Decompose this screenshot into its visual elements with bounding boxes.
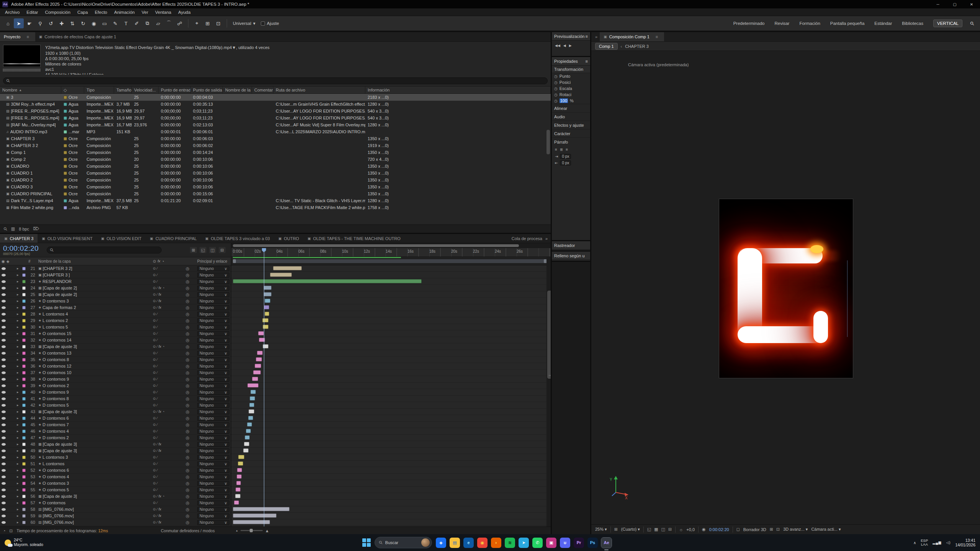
draft-3d-label[interactable]: Borrador 3D	[743, 527, 766, 532]
axis-mode-local[interactable]: ⌖	[192, 18, 202, 28]
clock-widget[interactable]: 13:41 14/01/2026	[955, 538, 975, 547]
expand-arrow-icon[interactable]: ▸	[17, 286, 19, 290]
quality-switch-icon[interactable]: ∕	[157, 371, 158, 374]
collapse-switch-icon[interactable]: ⊙	[153, 501, 156, 505]
parent-dropdown[interactable]: Ninguno ∨	[197, 403, 229, 408]
eye-icon[interactable]	[2, 300, 6, 302]
eye-icon[interactable]	[2, 515, 6, 517]
layer-duration-bar[interactable]	[233, 279, 422, 283]
quality-switch-icon[interactable]: ∕	[157, 351, 158, 355]
expand-arrow-icon[interactable]: ▸	[17, 429, 19, 433]
effects-switch-icon[interactable]: fx	[159, 507, 161, 511]
properties-section-header[interactable]: Audio	[552, 112, 590, 121]
eye-icon[interactable]	[2, 423, 6, 426]
collapse-switch-icon[interactable]: ⊙	[153, 423, 156, 427]
column-tipo[interactable]: Tipo	[84, 87, 114, 93]
comp-nav-tab-comp1[interactable]: Comp 1	[595, 43, 618, 50]
project-row[interactable]: ▣3 Ocre Composición 25 0:00:00:00 0:00:0…	[0, 94, 551, 101]
column-ruta[interactable]: Ruta de archivo	[273, 87, 365, 93]
layer-row[interactable]: ▸ 25 ▦[Capa de ajuste 2] ⊙ ∕ fx ◔	[0, 291, 231, 298]
expand-arrow-icon[interactable]: ▸	[17, 364, 19, 368]
project-row[interactable]: ▤3DM Roy...h effect.mp4 Agua Importe...M…	[0, 101, 551, 108]
parent-pickwhip-icon[interactable]: ◎	[186, 455, 190, 460]
mask-visibility-icon[interactable]: ◫	[661, 527, 665, 532]
label-color-chip[interactable]	[64, 96, 67, 99]
collapse-switch-icon[interactable]: ⊙	[153, 507, 156, 511]
quality-switch-icon[interactable]: ∕	[157, 273, 158, 277]
parent-dropdown[interactable]: Ninguno ∨	[197, 383, 229, 388]
layer-duration-bar[interactable]	[265, 312, 270, 316]
eye-icon[interactable]	[2, 495, 6, 498]
parent-pickwhip-icon[interactable]: ◎	[186, 325, 190, 330]
tab-effect-controls[interactable]: ▣ Controles de efectos Capa de ajuste 1	[35, 32, 120, 41]
layer-row[interactable]: ▸ 34 ★O contornos 13 ⊙ ∕ fx ◔	[0, 350, 231, 356]
telegram-app-icon[interactable]: ➤	[519, 538, 529, 548]
quality-switch-icon[interactable]: ∕	[157, 397, 158, 401]
spotify-app-icon[interactable]: ≋	[505, 538, 515, 548]
quality-switch-icon[interactable]: ∕	[157, 312, 158, 316]
expand-arrow-icon[interactable]: ▸	[17, 488, 19, 492]
project-row[interactable]: ▣CUADRO 3 Ocre Composición 25 0:00:00:00…	[0, 183, 551, 190]
parent-pickwhip-icon[interactable]: ◎	[186, 468, 190, 473]
eye-icon[interactable]	[2, 397, 6, 400]
parent-pickwhip-icon[interactable]: ◎	[186, 500, 190, 505]
expand-arrow-icon[interactable]: ▸	[17, 273, 19, 277]
quality-switch-icon[interactable]: ∕	[157, 410, 158, 414]
project-row[interactable]: ♫AUDIO INTRO.mp3 ...mar MP3 151 KB 0:00:…	[0, 128, 551, 135]
exposure-value[interactable]: +0,0	[686, 527, 695, 532]
layer-duration-bar[interactable]	[255, 364, 261, 368]
project-row[interactable]: ▣CHAPTER 3 Ocre Composición 25 0:00:00:0…	[0, 135, 551, 142]
parent-pickwhip-icon[interactable]: ◎	[186, 409, 190, 414]
rotation-tool[interactable]: ↻	[78, 18, 88, 28]
expand-arrow-icon[interactable]: ▸	[17, 481, 19, 485]
comp-timecode[interactable]: 0:00:02:20	[709, 527, 729, 532]
quality-switch-icon[interactable]: ∕	[157, 462, 158, 466]
label-color-chip[interactable]	[22, 501, 26, 505]
quality-switch-icon[interactable]: ∕	[157, 442, 158, 446]
layer-row[interactable]: ▸ 40 ★D contornos 9 ⊙ ∕ fx ◔	[0, 389, 231, 396]
label-color-chip[interactable]	[64, 144, 67, 147]
expand-arrow-icon[interactable]: ▸	[17, 319, 19, 322]
quality-switch-icon[interactable]: ∕	[157, 520, 158, 524]
stopwatch-icon[interactable]: ◷	[554, 99, 558, 103]
menu-item[interactable]: Archivo	[2, 10, 23, 15]
parent-dropdown[interactable]: Ninguno ∨	[197, 455, 229, 460]
label-color-chip[interactable]	[22, 293, 26, 296]
eye-icon[interactable]	[2, 489, 6, 491]
edge-app-icon[interactable]: e	[463, 538, 474, 548]
prev-frame-button[interactable]: ◀	[563, 44, 566, 47]
parent-pickwhip-icon[interactable]: ◎	[186, 357, 190, 362]
parent-pickwhip-icon[interactable]: ◎	[186, 279, 190, 284]
eye-icon[interactable]	[2, 384, 6, 387]
layer-duration-bar[interactable]	[238, 461, 243, 466]
eye-icon[interactable]	[2, 365, 6, 368]
expand-arrow-icon[interactable]: ▸	[17, 332, 19, 335]
project-color-depth[interactable]: 8 bpc	[19, 227, 29, 231]
label-color-chip[interactable]	[22, 384, 26, 387]
tab-project[interactable]: Proyecto ≡	[0, 32, 35, 41]
transform-section-header[interactable]: Transformación	[552, 65, 590, 73]
collapse-switch-icon[interactable]: ⊙	[153, 390, 156, 394]
label-color-chip[interactable]	[64, 165, 67, 168]
layer-duration-bar[interactable]	[233, 520, 270, 524]
parent-pickwhip-icon[interactable]: ◎	[186, 331, 190, 336]
parent-dropdown[interactable]: Ninguno ∨	[197, 390, 229, 395]
parent-dropdown[interactable]: Ninguno ∨	[197, 435, 229, 440]
label-color-chip[interactable]	[22, 365, 26, 368]
collapse-switch-icon[interactable]: ⊙	[153, 273, 156, 277]
label-color-chip[interactable]	[64, 185, 67, 189]
parent-dropdown[interactable]: Ninguno ∨	[197, 351, 229, 356]
layer-duration-bar[interactable]	[263, 292, 272, 296]
parent-dropdown[interactable]: Ninguno ∨	[197, 338, 229, 343]
quality-switch-icon[interactable]: ∕	[157, 429, 158, 433]
layer-row[interactable]: ▸ 28 ★L contornos 4 ⊙ ∕ fx ◔	[0, 311, 231, 317]
axis-mode-world[interactable]: ⊞	[203, 18, 213, 28]
collapse-switch-icon[interactable]: ⊙	[153, 494, 156, 498]
axis-mode-view[interactable]: ⊡	[213, 18, 223, 28]
eye-icon[interactable]	[2, 521, 6, 524]
collapse-switch-icon[interactable]: ⊙	[153, 449, 156, 453]
work-area-strip[interactable]	[231, 257, 551, 265]
toggle-switches-modes-button[interactable]: Conmutar definidores / modos	[161, 528, 215, 533]
timeline-tab[interactable]: ▣ OLDIE TAPES 3 vinculado a 03	[201, 234, 274, 243]
eye-icon[interactable]	[2, 280, 6, 283]
